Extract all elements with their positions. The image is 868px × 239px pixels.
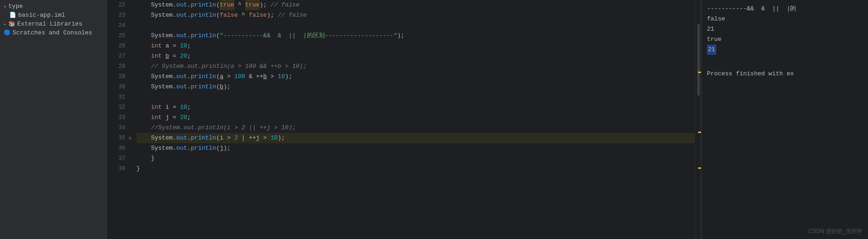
chevron-icon: ▸ <box>4 4 6 9</box>
code-line-36: System.out.println(j); <box>136 143 694 153</box>
line-num-32: 32 <box>107 102 125 113</box>
line-num-25: 25 <box>107 31 125 41</box>
output-line-1: -----------&& & || |的 <box>707 4 862 14</box>
sidebar-item-type[interactable]: ▸ type <box>0 2 106 11</box>
code-line-29: System.out.println(a > 100 & ++b > 10); <box>136 72 694 82</box>
code-line-26: int a = 10; <box>136 41 694 51</box>
code-line-33: int j = 20; <box>136 113 694 123</box>
line-numbers: 22 23 24 25 26 27 28 29 30 31 32 33 34 3… <box>107 0 129 239</box>
line-num-33: 33 <box>107 113 125 123</box>
output-highlight-21: 21 <box>707 45 716 55</box>
sidebar-item-basic-app-label: basic-app.iml <box>18 12 65 19</box>
code-line-25: System.out.println("-----------&& & || |… <box>136 31 694 41</box>
line-num-23: 23 <box>107 10 125 20</box>
code-line-22: System.out.println(true ^ true); // fals… <box>136 0 694 10</box>
code-line-28: // System.out.println(a > 100 && ++b > 1… <box>136 61 694 72</box>
output-line-21a: 21 <box>707 24 862 34</box>
line-num-37: 37 <box>107 153 125 164</box>
code-line-31 <box>136 92 694 102</box>
sidebar: ▸ type 📄 basic-app.iml ▸ 📚 External Libr… <box>0 0 107 239</box>
warning-icon: ⚠ <box>129 133 131 143</box>
code-line-23: System.out.println(false ^ false); // fa… <box>136 10 694 20</box>
sidebar-item-type-label: type <box>8 3 23 10</box>
sidebar-item-scratches[interactable]: 🔵 Scratches and Consoles <box>0 28 106 37</box>
code-line-38: } <box>136 164 694 174</box>
line-num-31: 31 <box>107 92 125 102</box>
output-process: Process finished with ex <box>707 69 862 79</box>
sidebar-item-ext-label: External Libraries <box>17 20 82 27</box>
code-line-34: //System.out.println(i > 2 || ++j > 10); <box>136 123 694 133</box>
output-panel: -----------&& & || |的 false 21 true 21 P… <box>701 0 868 239</box>
file-icon: 📄 <box>9 12 16 19</box>
scroll-indicator <box>694 0 701 239</box>
scratches-icon: 🔵 <box>4 29 11 36</box>
line-num-27: 27 <box>107 51 125 61</box>
editor-area: 22 23 24 25 26 27 28 29 30 31 32 33 34 3… <box>107 0 701 239</box>
sidebar-item-basic-app[interactable]: 📄 basic-app.iml <box>0 11 106 20</box>
code-line-27: int b = 20; <box>136 51 694 61</box>
output-blank <box>707 55 862 65</box>
sidebar-item-scratches-label: Scratches and Consoles <box>13 29 92 36</box>
line-num-29: 29 <box>107 72 125 82</box>
watermark: CSDN @好的_浩同学 <box>809 227 862 235</box>
line-num-22: 22 <box>107 0 125 10</box>
line-num-24: 24 <box>107 20 125 31</box>
line-num-30: 30 <box>107 82 125 92</box>
output-line-true: true <box>707 34 862 45</box>
line-num-28: 28 <box>107 61 125 72</box>
output-line-21b: 21 <box>707 45 862 55</box>
scroll-thumb[interactable] <box>697 24 700 95</box>
code-container: 22 23 24 25 26 27 28 29 30 31 32 33 34 3… <box>107 0 701 239</box>
code-line-32: int i = 10; <box>136 102 694 113</box>
code-line-30: System.out.println(b); <box>136 82 694 92</box>
output-line-false: false <box>707 14 862 24</box>
line-num-35: 35 <box>107 133 125 143</box>
line-num-26: 26 <box>107 41 125 51</box>
line-num-34: 34 <box>107 123 125 133</box>
code-line-24 <box>136 20 694 31</box>
lib-icon: 📚 <box>8 20 15 27</box>
line-num-38: 38 <box>107 164 125 174</box>
code-line-35: ⚠ System.out.println(i > 2 | ++j > 10); <box>136 133 694 143</box>
sidebar-item-external-libs[interactable]: ▸ 📚 External Libraries <box>0 20 106 28</box>
chevron-icon-ext: ▸ <box>4 21 6 27</box>
code-content[interactable]: System.out.println(true ^ true); // fals… <box>129 0 694 239</box>
line-num-36: 36 <box>107 143 125 153</box>
code-line-37: } <box>136 153 694 164</box>
